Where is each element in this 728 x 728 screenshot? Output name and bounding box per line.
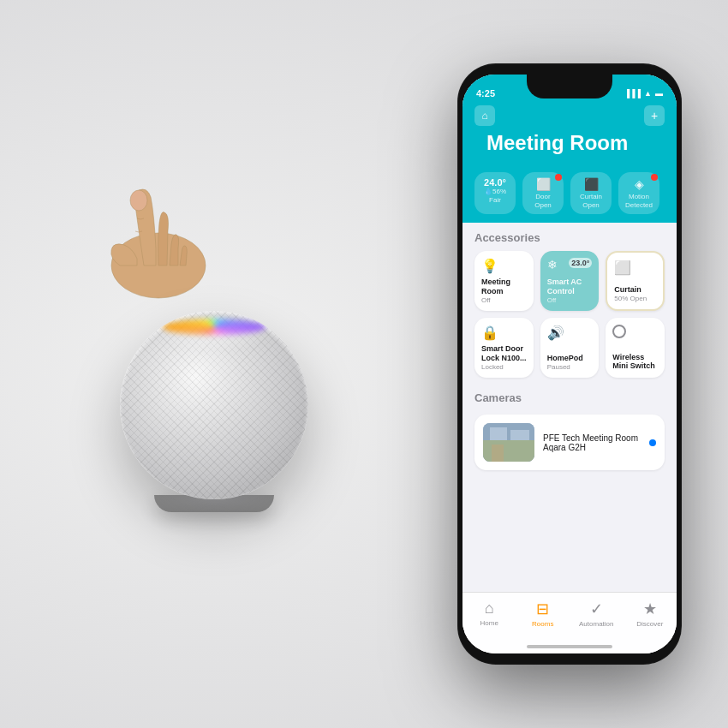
card-status-lock: Locked <box>481 363 527 372</box>
scene: 4:25 ▐▐▐ ▲ ▬ ⌂ <box>0 0 728 728</box>
tab-bar: ⌂ Home ⊟ Rooms ✓ Automation ★ <box>462 592 677 653</box>
card-status-ac: Off <box>547 296 593 305</box>
camera-image <box>483 423 534 462</box>
header-row: ⌂ + <box>474 105 665 126</box>
card-meeting-room-light[interactable]: 💡 MeetingRoom Off <box>474 251 534 311</box>
svg-rect-4 <box>490 427 507 440</box>
discover-tab-label: Discover <box>636 620 663 628</box>
phone-device: 4:25 ▐▐▐ ▲ ▬ ⌂ <box>458 64 681 664</box>
battery-icon: ▬ <box>655 89 663 98</box>
rooms-tab-icon: ⊟ <box>536 600 549 618</box>
rooms-tab-label: Rooms <box>532 620 553 628</box>
ac-icon: ❄ <box>547 258 558 272</box>
tab-automation[interactable]: ✓ Automation <box>570 600 624 628</box>
card-name-meeting: MeetingRoom <box>481 277 527 296</box>
lock-icon: 🔒 <box>481 325 527 341</box>
wifi-icon: ▲ <box>644 89 652 98</box>
signal-icon: ▐▐▐ <box>624 89 641 98</box>
accessories-grid: 💡 MeetingRoom Off ❄ 23.0° <box>474 251 665 378</box>
tab-rooms[interactable]: ⊟ Rooms <box>516 600 570 628</box>
card-smart-ac[interactable]: ❄ 23.0° Smart ACControl Off <box>540 251 600 311</box>
card-curtain[interactable]: ⬜ Curtain 50% Open <box>606 251 665 311</box>
tab-home[interactable]: ⌂ Home <box>462 600 516 627</box>
camera-name: PFE Tech Meeting Room Aqara G2H <box>543 433 641 452</box>
temp-value: 24.0° <box>484 177 506 188</box>
app-content: 4:25 ▐▐▐ ▲ ▬ ⌂ <box>462 75 677 653</box>
switch-icon <box>612 325 626 338</box>
curtain-label: CurtainOpen <box>580 193 602 209</box>
phone-frame: 4:25 ▐▐▐ ▲ ▬ ⌂ <box>458 64 681 664</box>
home-icon: ⌂ <box>481 110 487 122</box>
card-status-meeting: Off <box>481 296 527 305</box>
phone-screen: 4:25 ▐▐▐ ▲ ▬ ⌂ <box>462 75 677 653</box>
home-tab-label: Home <box>480 619 498 627</box>
status-icons: ▐▐▐ ▲ ▬ <box>624 89 663 98</box>
svg-rect-3 <box>483 440 534 462</box>
home-button[interactable]: ⌂ <box>474 105 495 126</box>
add-icon: + <box>651 109 658 122</box>
curtain-card-icon: ⬜ <box>614 260 656 276</box>
room-title: Meeting Room <box>474 129 665 155</box>
card-status-curtain: 50% Open <box>614 295 656 303</box>
widget-door[interactable]: ⬜ DoorOpen <box>522 172 564 214</box>
card-status-homepod: Paused <box>547 363 593 372</box>
curtain-icon: ⬛ <box>584 177 599 191</box>
card-name-curtain: Curtain <box>614 285 656 295</box>
card-name-ac: Smart ACControl <box>547 277 593 296</box>
card-door-lock[interactable]: 🔒 Smart DoorLock N100... Locked <box>474 318 534 378</box>
svg-rect-5 <box>510 430 529 440</box>
discover-tab-icon: ★ <box>643 600 657 618</box>
card-wireless-switch[interactable]: WirelessMini Switch <box>606 318 665 378</box>
motion-icon: ◈ <box>635 177 644 191</box>
homepod-device <box>51 154 377 582</box>
camera-live-indicator <box>649 439 656 446</box>
motion-label: MotionDetected <box>625 193 653 209</box>
hand-icon <box>69 163 240 300</box>
widget-curtain[interactable]: ⬛ CurtainOpen <box>570 172 612 214</box>
tab-discover[interactable]: ★ Discover <box>624 600 677 628</box>
status-time: 4:25 <box>476 88 495 98</box>
add-button[interactable]: + <box>644 105 665 126</box>
cameras-section: Cameras <box>462 383 677 415</box>
homepod-body <box>120 311 308 499</box>
card-homepod[interactable]: 🔊 HomePod Paused <box>540 318 600 378</box>
camera-info: PFE Tech Meeting Room Aqara G2H <box>543 433 641 452</box>
widgets-row: 24.0° 💧56%Fair ⬜ DoorOpen ⬛ CurtainO <box>462 165 677 223</box>
cameras-title: Cameras <box>474 391 665 404</box>
light-icon: 💡 <box>481 258 527 274</box>
camera-thumbnail <box>483 423 534 462</box>
door-label: DoorOpen <box>534 193 552 209</box>
card-name-homepod: HomePod <box>547 354 593 363</box>
svg-rect-6 <box>492 445 504 462</box>
home-indicator <box>527 645 612 648</box>
motion-badge <box>651 174 658 181</box>
widget-temperature[interactable]: 24.0° 💧56%Fair <box>474 172 516 214</box>
automation-tab-icon: ✓ <box>590 600 603 618</box>
camera-card[interactable]: PFE Tech Meeting Room Aqara G2H <box>474 415 665 470</box>
temp-label: 💧56%Fair <box>484 188 506 204</box>
home-tab-icon: ⌂ <box>485 600 494 618</box>
card-name-lock: Smart DoorLock N100... <box>481 344 527 363</box>
automation-tab-label: Automation <box>579 620 613 628</box>
widget-motion[interactable]: ◈ MotionDetected <box>618 172 659 214</box>
phone-notch <box>527 75 612 98</box>
door-badge <box>555 174 562 181</box>
accessories-title: Accessories <box>474 231 665 244</box>
card-name-switch: WirelessMini Switch <box>612 353 658 372</box>
svg-point-1 <box>130 190 147 211</box>
homepod-top-surface <box>158 318 270 352</box>
door-icon: ⬜ <box>536 177 551 191</box>
accessories-section: Accessories 💡 MeetingRoom Off <box>462 223 677 383</box>
homepod-card-icon: 🔊 <box>547 325 593 341</box>
ac-temp: 23.0° <box>569 258 592 268</box>
